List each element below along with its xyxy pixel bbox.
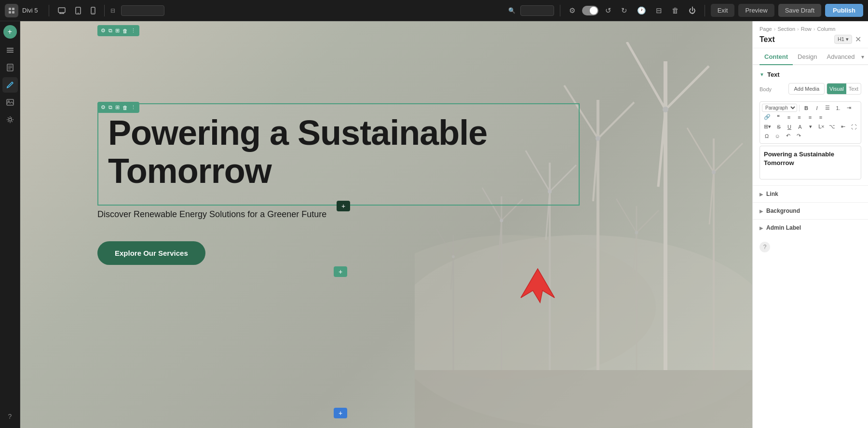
remove-format-button[interactable]: Ⅼ×	[816, 123, 826, 131]
list-button[interactable]: ☰	[823, 104, 832, 112]
zoom-input[interactable]: 100%	[520, 5, 554, 16]
svg-point-21	[9, 118, 12, 121]
color-button[interactable]: A	[795, 123, 805, 131]
zoom-icon: 🔍	[508, 7, 515, 14]
paragraph-select[interactable]: Paragraph H1 H2	[762, 104, 797, 112]
tablet-view-button[interactable]	[72, 5, 84, 16]
text-section-toggle[interactable]: ▼ Text	[760, 71, 861, 78]
add-module-button[interactable]: +	[3, 25, 17, 39]
trash-button[interactable]: 🗑	[669, 4, 682, 16]
ordered-list-button[interactable]: 1.	[833, 104, 843, 112]
row-trash-icon[interactable]: 🗑	[122, 104, 129, 111]
settings-button[interactable]: ⚙	[566, 4, 578, 17]
bold-button[interactable]: B	[801, 104, 811, 112]
text-preview[interactable]: Powering a Sustainable Tomorrow	[760, 146, 861, 179]
italic-button[interactable]: I	[812, 104, 822, 112]
tab-navigate-button[interactable]: ›	[866, 49, 868, 64]
layout-button[interactable]: ⊟	[653, 4, 665, 17]
special-char-button[interactable]: Ω	[762, 132, 772, 140]
section-toolbar[interactable]: ⚙ ⧉ ⊞ 🗑 ⋮	[97, 25, 139, 36]
text-toggle[interactable]: Text	[846, 83, 861, 94]
breadcrumb-row[interactable]: Row	[801, 26, 812, 32]
undo-rte-button[interactable]: ↶	[783, 132, 793, 140]
sidebar-settings-icon[interactable]	[2, 112, 18, 127]
outdent-button[interactable]: ⇤	[838, 123, 848, 131]
align-center-button[interactable]: ≡	[795, 113, 804, 121]
visual-toggle[interactable]: Visual	[827, 83, 846, 94]
sidebar-media-icon[interactable]	[2, 95, 18, 110]
svg-line-47	[714, 143, 743, 172]
tab-design[interactable]: Design	[793, 49, 822, 65]
sidebar-help-icon[interactable]: ?	[2, 409, 18, 424]
emoji-button[interactable]: ☺	[773, 132, 782, 140]
section-trash-icon[interactable]: 🗑	[122, 27, 129, 35]
help-button[interactable]: ?	[760, 242, 770, 252]
fullscreen-button[interactable]: ⛶	[849, 123, 858, 131]
align-right-button[interactable]: ≡	[805, 113, 815, 121]
row-menu-icon[interactable]: ⋮	[130, 103, 137, 111]
row-settings-icon[interactable]: ⚙	[100, 103, 107, 111]
indent-button[interactable]: ⇥	[844, 104, 854, 112]
quote-button[interactable]: ❝	[773, 113, 783, 121]
breadcrumb-section[interactable]: Section	[777, 26, 795, 32]
row-copy-icon[interactable]: ⧉	[108, 103, 113, 111]
tab-arrow-button[interactable]: ▾	[859, 49, 866, 64]
panel-close-button[interactable]: ✕	[855, 35, 861, 44]
save-draft-button[interactable]: Save Draft	[778, 4, 821, 17]
source-button[interactable]: ⌥	[827, 123, 837, 131]
breadcrumb-column[interactable]: Column	[817, 26, 835, 32]
publish-button[interactable]: Publish	[825, 4, 863, 17]
undo-button[interactable]: ↺	[602, 4, 614, 17]
link-button[interactable]: 🔗	[762, 113, 773, 121]
text-section-label: Text	[767, 71, 780, 78]
heading-selector[interactable]: H1 ▾	[834, 35, 852, 44]
text-module[interactable]: Powering a Sustainable Tomorrow	[97, 103, 580, 206]
svg-point-59	[635, 231, 638, 235]
preview-button[interactable]: Preview	[738, 4, 774, 17]
panel-title: Text	[760, 35, 775, 44]
power-button[interactable]: ⏻	[686, 4, 699, 16]
row-toolbar[interactable]: ⚙ ⧉ ⊞ 🗑 ⋮	[97, 102, 139, 113]
color-picker-button[interactable]: ▾	[806, 123, 815, 131]
add-section-button[interactable]: +	[334, 408, 347, 418]
align-left-button[interactable]: ≡	[784, 113, 794, 121]
history-button[interactable]: 🕐	[634, 4, 649, 17]
app-icon[interactable]	[5, 4, 18, 17]
link-section-header[interactable]: ▶ Link	[760, 191, 861, 197]
underline-button[interactable]: U	[785, 123, 794, 131]
add-inside-button[interactable]: +	[337, 201, 350, 211]
svg-rect-1	[12, 8, 14, 10]
align-justify-button[interactable]: ≡	[816, 113, 826, 121]
section-copy-icon[interactable]: ⧉	[108, 27, 113, 35]
sidebar-pages-icon[interactable]	[2, 60, 18, 75]
add-media-button[interactable]: Add Media	[788, 83, 825, 95]
strikethrough-button[interactable]: S	[774, 123, 784, 131]
section-settings-icon[interactable]: ⚙	[100, 27, 107, 35]
breadcrumb-page[interactable]: Page	[760, 26, 772, 32]
admin-label-section-header[interactable]: ▶ Admin Label	[760, 224, 861, 231]
cta-button[interactable]: Explore Our Services	[97, 241, 205, 265]
canvas[interactable]: ⚙ ⧉ ⊞ 🗑 ⋮ ⚙ ⧉ ⊞ 🗑 ⋮ Powering a Sustainab…	[20, 21, 752, 428]
toggle-switch[interactable]	[582, 6, 598, 15]
background-section-header[interactable]: ▶ Background	[760, 207, 861, 214]
section-grid-icon[interactable]: ⊞	[114, 27, 121, 35]
svg-point-54	[452, 255, 455, 258]
viewport-input[interactable]: 1388px	[121, 5, 164, 16]
svg-rect-12	[7, 48, 14, 49]
section-menu-icon[interactable]: ⋮	[130, 27, 137, 35]
tab-advanced[interactable]: Advanced	[822, 49, 860, 65]
svg-point-34	[596, 136, 600, 141]
desktop-view-button[interactable]	[55, 5, 68, 16]
add-between-button[interactable]: +	[334, 266, 347, 277]
exit-button[interactable]: Exit	[711, 4, 735, 17]
body-row: Body Add Media Visual Text	[760, 83, 861, 98]
sidebar-edit-icon[interactable]	[2, 77, 18, 93]
tab-content[interactable]: Content	[760, 49, 793, 65]
sidebar-layers-icon[interactable]	[2, 42, 18, 58]
table-button[interactable]: ⊞▾	[762, 123, 773, 131]
redo-rte-button[interactable]: ↷	[794, 132, 803, 140]
redo-button[interactable]: ↻	[618, 4, 630, 17]
canvas-inner: ⚙ ⧉ ⊞ 🗑 ⋮ ⚙ ⧉ ⊞ 🗑 ⋮ Powering a Sustainab…	[20, 21, 752, 428]
mobile-view-button[interactable]	[88, 5, 98, 16]
row-grid-icon[interactable]: ⊞	[114, 103, 121, 111]
